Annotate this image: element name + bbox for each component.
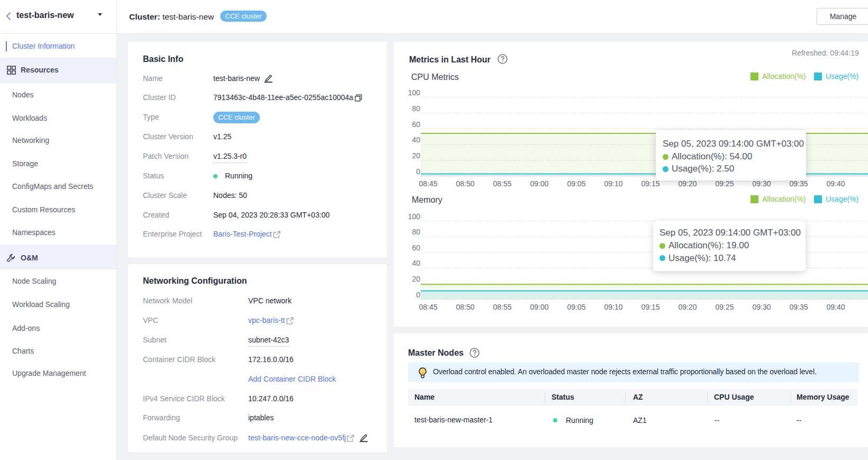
svg-text:09:40: 09:40: [826, 179, 845, 188]
svg-text:100: 100: [408, 88, 421, 97]
svg-text:09:40: 09:40: [826, 303, 845, 311]
svg-text:08:45: 08:45: [419, 303, 437, 311]
svg-text:09:05: 09:05: [567, 303, 585, 311]
svg-text:20: 20: [412, 151, 420, 160]
svg-text:80: 80: [412, 104, 420, 113]
svg-text:09:20: 09:20: [678, 179, 697, 188]
svg-text:80: 80: [412, 228, 420, 236]
svg-text:09:25: 09:25: [715, 303, 734, 311]
svg-text:100: 100: [408, 212, 421, 221]
svg-text:08:50: 08:50: [456, 303, 474, 311]
svg-text:08:50: 08:50: [456, 179, 474, 188]
svg-text:09:35: 09:35: [789, 303, 808, 311]
svg-text:09:30: 09:30: [752, 303, 771, 311]
svg-text:0: 0: [416, 291, 420, 299]
svg-text:40: 40: [412, 259, 420, 267]
svg-text:09:00: 09:00: [530, 303, 548, 311]
svg-text:09:00: 09:00: [530, 179, 548, 188]
svg-text:40: 40: [412, 136, 420, 144]
svg-text:20: 20: [412, 275, 420, 283]
svg-text:09:15: 09:15: [641, 303, 659, 311]
svg-text:60: 60: [412, 120, 420, 129]
svg-text:09:10: 09:10: [604, 179, 622, 188]
svg-text:09:10: 09:10: [604, 303, 622, 311]
svg-text:60: 60: [412, 243, 420, 252]
svg-text:09:35: 09:35: [789, 179, 808, 188]
svg-text:09:05: 09:05: [567, 179, 585, 188]
svg-text:08:55: 08:55: [493, 303, 511, 311]
svg-text:09:20: 09:20: [678, 303, 697, 311]
svg-text:09:25: 09:25: [715, 179, 734, 188]
svg-text:0: 0: [416, 167, 420, 176]
svg-text:08:55: 08:55: [493, 179, 511, 188]
svg-text:08:45: 08:45: [419, 179, 437, 188]
svg-text:09:30: 09:30: [752, 179, 771, 188]
svg-text:09:15: 09:15: [641, 179, 659, 188]
